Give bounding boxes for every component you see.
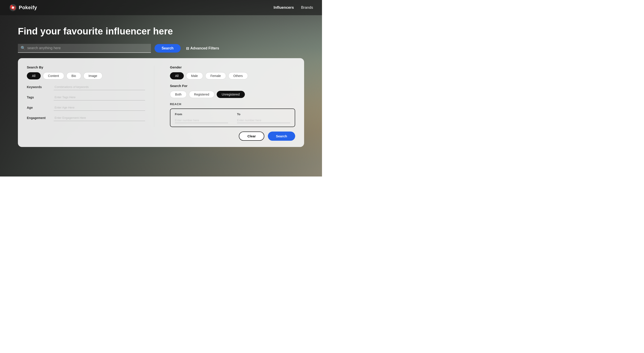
navbar: Pokeify Influencers Brands <box>0 0 322 15</box>
search-input[interactable] <box>27 46 148 50</box>
search-input-wrap: 🔍 <box>18 44 151 53</box>
filter-icon: ⊟ <box>186 46 189 51</box>
logo-icon <box>9 4 17 12</box>
reach-to-label: To <box>237 113 290 116</box>
keywords-row: Keywords <box>27 84 145 90</box>
tags-input[interactable] <box>54 94 145 100</box>
keywords-input[interactable] <box>54 84 145 90</box>
pill-all[interactable]: All <box>27 72 41 79</box>
reach-box: From To <box>170 109 295 127</box>
age-input[interactable] <box>54 105 145 111</box>
advanced-filters-label: Advanced Filters <box>190 46 219 50</box>
tags-label: Tags <box>27 96 54 100</box>
age-label: Age <box>27 106 54 111</box>
panel-footer: Clear Search <box>27 132 295 141</box>
engagement-row: Engagement <box>27 115 145 121</box>
engagement-input[interactable] <box>54 115 145 121</box>
gender-pill-female[interactable]: Female <box>205 72 226 79</box>
svg-point-3 <box>12 7 14 9</box>
pill-content[interactable]: Content <box>43 72 64 79</box>
nav-links: Influencers Brands <box>274 5 313 10</box>
gender-pill-all[interactable]: All <box>170 72 184 79</box>
search-by-pills: All Content Bio Image <box>27 72 145 79</box>
search-by-label: Search By <box>27 65 145 69</box>
reach-from: From <box>175 113 228 123</box>
tags-row: Tags <box>27 94 145 100</box>
gender-pill-male[interactable]: Male <box>186 72 203 79</box>
clear-button[interactable]: Clear <box>239 132 264 141</box>
gender-pill-others[interactable]: Others <box>228 72 248 79</box>
advanced-filters-button[interactable]: ⊟ Advanced Filters <box>186 46 219 51</box>
right-column: Gender All Male Female Others Search For… <box>168 65 295 127</box>
age-row: Age <box>27 105 145 111</box>
keywords-label: Keywords <box>27 85 54 90</box>
left-column: Search By All Content Bio Image Keywords… <box>27 65 154 127</box>
pill-image[interactable]: Image <box>84 72 102 79</box>
reach-to: To <box>237 113 290 123</box>
hero-section: Find your favourite influencer here 🔍 Se… <box>0 15 322 53</box>
reach-to-input[interactable] <box>237 118 290 123</box>
reach-from-input[interactable] <box>175 118 228 123</box>
filter-panel: Search By All Content Bio Image Keywords… <box>18 58 304 147</box>
gender-pills: All Male Female Others <box>170 72 295 79</box>
gender-label: Gender <box>170 65 295 69</box>
hero-title: Find your favourite influencer here <box>18 26 174 37</box>
search-for-unregistered[interactable]: Unregistered <box>217 91 245 98</box>
nav-influencers[interactable]: Influencers <box>274 5 294 10</box>
engagement-label: Engagement <box>27 116 54 121</box>
reach-from-label: From <box>175 113 228 116</box>
pill-bio[interactable]: Bio <box>66 72 81 79</box>
nav-brands[interactable]: Brands <box>301 5 313 10</box>
search-bar: 🔍 Search ⊟ Advanced Filters <box>18 44 219 53</box>
reach-label: REACH <box>170 103 295 106</box>
search-for-pills: Both Registered Unregistered <box>170 91 295 98</box>
logo[interactable]: Pokeify <box>9 4 37 12</box>
search-for-both[interactable]: Both <box>170 91 187 98</box>
search-button-main[interactable]: Search <box>154 44 181 53</box>
search-for-registered[interactable]: Registered <box>189 91 214 98</box>
search-button-panel[interactable]: Search <box>268 132 295 141</box>
logo-text: Pokeify <box>19 5 37 11</box>
reach-section: REACH From To <box>170 103 295 127</box>
search-for-label: Search For <box>170 84 295 88</box>
search-icon: 🔍 <box>20 46 26 51</box>
